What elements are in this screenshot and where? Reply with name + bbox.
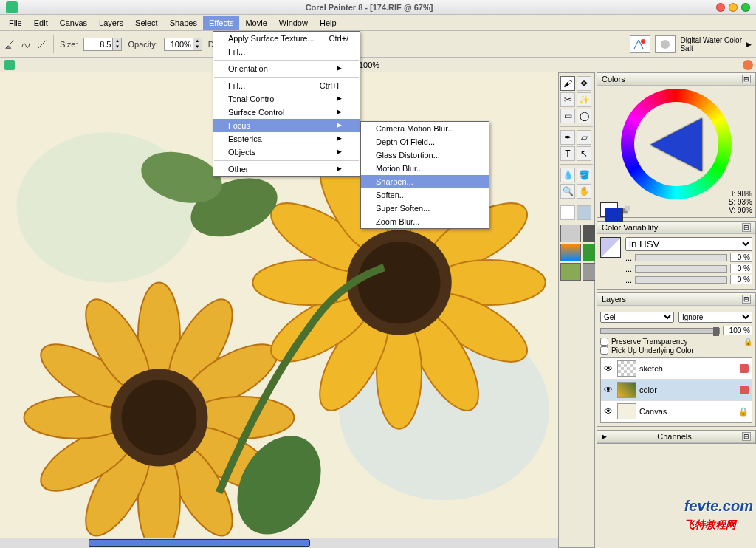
maximize-window-icon[interactable] [741, 3, 750, 12]
brush-tool-icon[interactable] [4, 39, 15, 49]
move-tool[interactable]: ✥ [577, 76, 591, 91]
dropper-tool[interactable]: 💧 [560, 168, 575, 182]
menu-item[interactable]: Fill... [213, 45, 360, 58]
menu-effects[interactable]: Effects [203, 16, 239, 30]
menu-layers[interactable]: Layers [93, 16, 129, 30]
depth-mode-select[interactable]: Ignore [678, 312, 752, 323]
bucket-tool[interactable]: 🪣 [577, 168, 591, 182]
layer-row[interactable]: 👁color [601, 380, 752, 401]
svg-point-0 [641, 39, 645, 44]
size-up-icon[interactable]: ▲ [112, 38, 121, 44]
wand-tool[interactable]: ✨ [577, 92, 591, 107]
color-swatch-bg[interactable] [577, 205, 591, 220]
variability-swatch[interactable] [600, 237, 621, 258]
menu-item[interactable]: Surface Control▶ [213, 106, 360, 119]
var-s-slider[interactable] [635, 265, 727, 273]
color-triangle[interactable] [650, 118, 702, 171]
brush-variant-swatch[interactable] [655, 35, 676, 53]
menu-window[interactable]: Window [273, 16, 314, 30]
layer-row[interactable]: 👁Canvas🔒 [601, 401, 752, 422]
visibility-icon[interactable]: 👁 [604, 406, 614, 417]
size-spinner[interactable]: ▲▼ [83, 38, 122, 51]
crop-tool[interactable]: ✂ [560, 92, 575, 107]
size-down-icon[interactable]: ▼ [112, 44, 121, 50]
pickup-label: Pick Up Underlying Color [611, 346, 694, 355]
brush-tool[interactable]: 🖌 [560, 76, 575, 91]
visibility-icon[interactable]: 👁 [604, 385, 614, 395]
layer-row[interactable]: 👁sketch [601, 358, 752, 380]
menu-item[interactable]: Orientation▶ [213, 62, 360, 75]
channels-expand-icon[interactable]: ▶ [602, 433, 607, 440]
scroll-thumb[interactable] [89, 539, 310, 547]
doc-close-icon[interactable] [743, 60, 753, 70]
colors-collapse-icon[interactable]: ⊟ [742, 75, 751, 83]
freehand-icon[interactable] [21, 39, 31, 49]
main-color-swatch[interactable] [600, 202, 618, 217]
layers-collapse-icon[interactable]: ⊟ [742, 295, 751, 304]
brush-category-swatch[interactable] [630, 35, 650, 53]
menu-item[interactable]: Focus▶ [213, 119, 360, 132]
submenu-item[interactable]: Soften... [361, 188, 489, 202]
layer-thumb [617, 403, 636, 419]
var-v-slider[interactable] [635, 276, 727, 284]
variability-collapse-icon[interactable]: ⊟ [742, 223, 751, 232]
menu-item[interactable]: Apply Surface Texture...Ctrl+/ [213, 32, 360, 45]
menu-item[interactable]: Other▶ [213, 162, 360, 176]
menu-item[interactable]: Objects▶ [213, 145, 360, 159]
submenu-item[interactable]: Zoom Blur... [361, 215, 489, 228]
menu-movie[interactable]: Movie [239, 16, 272, 30]
svg-point-1 [661, 40, 670, 49]
var-h-slider[interactable] [635, 254, 727, 261]
layer-opacity-slider[interactable] [600, 328, 720, 334]
marquee-tool[interactable]: ▭ [560, 109, 575, 123]
opacity-down-icon[interactable]: ▼ [193, 44, 202, 50]
menu-select[interactable]: Select [129, 16, 164, 30]
menu-help[interactable]: Help [314, 16, 343, 30]
zoom-tool[interactable]: 🔍 [560, 184, 575, 199]
color-swatch-fg[interactable] [560, 205, 575, 220]
menu-item[interactable]: Fill...Ctrl+F [213, 79, 360, 92]
menu-item[interactable]: Tonal Control▶ [213, 92, 360, 106]
app-icon [6, 1, 18, 13]
submenu-item[interactable]: Super Soften... [361, 202, 489, 215]
channels-collapse-icon[interactable]: ⊟ [742, 432, 751, 441]
brush-menu-icon[interactable]: ▶ [746, 41, 752, 48]
preserve-transparency-checkbox[interactable] [600, 338, 608, 346]
opacity-spinner[interactable]: ▲▼ [164, 38, 202, 51]
line-icon[interactable] [37, 39, 47, 49]
lock-icon[interactable]: 🔒 [743, 338, 752, 346]
menu-edit[interactable]: Edit [28, 16, 54, 30]
visibility-icon[interactable]: 👁 [604, 363, 614, 374]
layer-name: Canvas [639, 407, 735, 416]
close-window-icon[interactable] [716, 3, 725, 12]
pointer-tool[interactable]: ↖ [577, 146, 591, 161]
hand-tool[interactable]: ✋ [577, 184, 591, 199]
opacity-input[interactable] [165, 40, 193, 49]
blend-mode-select[interactable]: Gel [600, 312, 674, 323]
gradient-swatch[interactable] [560, 244, 581, 261]
pickup-color-checkbox[interactable] [600, 346, 608, 355]
lasso-tool[interactable]: ◯ [577, 109, 591, 123]
variability-mode-select[interactable]: in HSV [625, 237, 752, 251]
minimize-window-icon[interactable] [729, 3, 738, 12]
shape-tool[interactable]: ▱ [577, 130, 591, 145]
menu-item[interactable]: Esoterica▶ [213, 132, 360, 145]
layer-thumb [617, 360, 636, 377]
opacity-up-icon[interactable]: ▲ [193, 38, 202, 44]
menu-file[interactable]: File [3, 16, 28, 30]
text-tool[interactable]: T [560, 146, 575, 161]
horizontal-scrollbar[interactable] [0, 538, 558, 548]
submenu-item[interactable]: Camera Motion Blur... [361, 122, 489, 135]
size-input[interactable] [84, 40, 112, 49]
submenu-item[interactable]: Glass Distortion... [361, 148, 489, 162]
submenu-item[interactable]: Motion Blur... [361, 162, 489, 175]
menu-canvas[interactable]: Canvas [54, 16, 93, 30]
submenu-item[interactable]: Sharpen... [361, 175, 489, 188]
menu-shapes[interactable]: Shapes [164, 16, 203, 30]
color-wheel[interactable] [621, 89, 732, 199]
layer-type-icon [740, 364, 749, 373]
submenu-item[interactable]: Depth Of Field... [361, 135, 489, 148]
weave-swatch[interactable] [560, 263, 581, 281]
paper-swatch[interactable] [560, 225, 581, 242]
pen-tool[interactable]: ✒ [560, 130, 575, 145]
